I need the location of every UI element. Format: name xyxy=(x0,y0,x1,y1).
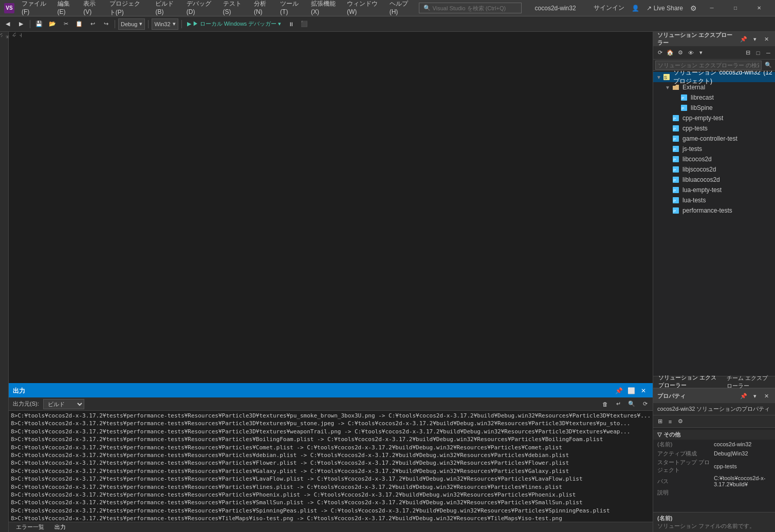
debug-config-dropdown[interactable]: Debug ▾ xyxy=(118,18,145,30)
live-share-button[interactable]: ↗ Live Share xyxy=(642,3,687,14)
tab-output[interactable]: 出力 xyxy=(49,522,71,533)
redo-button[interactable]: ↪ xyxy=(100,18,112,30)
output-clear-button[interactable]: 🗑 xyxy=(599,398,611,410)
prop-toolbar-btn2[interactable]: ≡ xyxy=(666,417,675,426)
toolbar-sep-2 xyxy=(115,20,115,28)
cut-button[interactable]: ✂ xyxy=(60,18,71,30)
back-button[interactable]: ◀ xyxy=(2,18,13,30)
minimize-button[interactable]: ─ xyxy=(700,0,724,16)
se-show-all-button[interactable]: 👁 xyxy=(686,48,695,58)
undo-button[interactable]: ↩ xyxy=(87,18,98,30)
prop-row-1: アクティブ構成Debug|Win32 xyxy=(653,449,775,458)
forward-button[interactable]: ▶ xyxy=(15,18,27,30)
tree-item-libcocos2d[interactable]: Plibcocos2d xyxy=(653,154,775,164)
panel-pin-button[interactable]: 📌 xyxy=(614,386,624,396)
tab-error-list[interactable]: エラー一覧 xyxy=(11,522,49,533)
se-bottom-tabs: ソリューション エクスプローラー チーム エクスプローラー xyxy=(653,376,775,388)
se-settings-button[interactable]: ─ xyxy=(764,48,773,58)
prop-dropdown-button[interactable]: ▾ xyxy=(750,391,760,401)
menu-help[interactable]: ヘルプ(H) xyxy=(385,0,416,19)
output-line: 8>C:¥tools¥cocos2d-x-3.17.2¥tests¥perfor… xyxy=(11,515,651,522)
se-close-button[interactable]: ✕ xyxy=(762,34,771,44)
panel-close-button[interactable]: ✕ xyxy=(638,386,649,396)
tree-item-libluacocos2d[interactable]: Plibluacocos2d xyxy=(653,175,775,185)
platform-label: Win32 xyxy=(154,21,170,27)
tree-item-librecast[interactable]: Plibrecast xyxy=(653,92,775,103)
title-search-box[interactable]: 🔍 xyxy=(419,3,522,13)
window-title: cocos2d-win32 xyxy=(525,5,586,12)
menu-analyze[interactable]: 分析(N) xyxy=(250,0,275,19)
tree-item-js-tests[interactable]: Pjs-tests xyxy=(653,144,775,154)
open-button[interactable]: 📂 xyxy=(47,18,58,30)
output-word-wrap-button[interactable]: ↵ xyxy=(613,398,624,410)
tree-icon-librecast: P xyxy=(680,93,688,102)
prop-toolbar-btn1[interactable]: ⊞ xyxy=(655,417,665,426)
menu-edit[interactable]: 編集(E) xyxy=(53,0,79,19)
se-search-button[interactable]: 🔍 xyxy=(764,61,773,70)
se-dropdown-button[interactable]: ▾ xyxy=(750,34,760,44)
prop-group-other: ▽ その他 xyxy=(653,430,775,440)
tree-item-lua-tests[interactable]: Plua-tests xyxy=(653,195,775,205)
tree-item-lua-empty-test[interactable]: Plua-empty-test xyxy=(653,185,775,195)
copy-button[interactable]: 📋 xyxy=(73,18,85,30)
prop-toolbar-btn3[interactable]: ⚙ xyxy=(676,417,685,426)
menu-window[interactable]: ウィンドウ(W) xyxy=(343,0,384,19)
panel-float-button[interactable]: ⬜ xyxy=(626,386,636,396)
toolbar-sep-3 xyxy=(148,20,149,28)
menu-file[interactable]: ファイル(F) xyxy=(17,0,52,19)
se-home-button[interactable]: 🏠 xyxy=(666,48,675,58)
output-source-dropdown[interactable]: ビルド xyxy=(43,399,84,409)
tree-item-performance-tests[interactable]: Pperformance-tests xyxy=(653,205,775,216)
se-filter-button[interactable]: ▾ xyxy=(696,48,706,58)
tree-item-libjscocos2d[interactable]: Plibjscocos2d xyxy=(653,164,775,175)
output-line: 8>C:¥tools¥cocos2d-x-3.17.2¥tests¥perfor… xyxy=(11,451,651,459)
prop-row-2: スタートアップ プロジェクトcpp-tests xyxy=(653,458,775,474)
tree-item-cpp-tests[interactable]: Pcpp-tests xyxy=(653,123,775,134)
platform-dropdown[interactable]: Win32 ▾ xyxy=(152,18,178,30)
tree-item-cpp-empty-test[interactable]: Pcpp-empty-test xyxy=(653,113,775,123)
tree-label-performance-tests: performance-tests xyxy=(682,207,732,214)
prop-row-4: 説明 xyxy=(653,488,775,497)
editor-area: 出力 📌 ⬜ ✕ 出力元(S): ビルド 🗑 ↵ 🔍 ⟳ 8>C:¥tools¥… xyxy=(9,32,653,532)
menu-build[interactable]: ビルド(B) xyxy=(151,0,181,19)
close-button[interactable]: ✕ xyxy=(747,0,771,16)
tree-icon-lua-empty-test: P xyxy=(672,186,680,194)
live-share-icon: ↗ xyxy=(647,5,652,12)
run-label: ▶ ローカル Windows デバッガー xyxy=(193,20,277,28)
output-find-button[interactable]: 🔍 xyxy=(626,398,637,410)
toolbar-extra-2[interactable]: ⬛ xyxy=(299,18,310,30)
menu-extensions[interactable]: 拡張機能(X) xyxy=(307,0,342,19)
run-button[interactable]: ▶ ▶ ローカル Windows デバッガー ▾ xyxy=(185,18,284,30)
menu-test[interactable]: テスト(S) xyxy=(219,0,249,19)
menu-debug[interactable]: デバッグ(D) xyxy=(182,0,218,19)
user-icon: 👤 xyxy=(632,5,639,12)
output-sync-button[interactable]: ⟳ xyxy=(639,398,651,410)
prop-close-button[interactable]: ✕ xyxy=(762,391,771,401)
se-collapse-button[interactable]: ⊟ xyxy=(743,48,752,58)
se-pin-button[interactable]: 📌 xyxy=(739,34,748,44)
output-line: 8>C:¥tools¥cocos2d-x-3.17.2¥tests¥perfor… xyxy=(11,435,651,443)
window-controls: ─ □ ✕ xyxy=(700,0,771,16)
se-preview-button[interactable]: □ xyxy=(753,48,763,58)
output-bottom-tabs: エラー一覧 出力 xyxy=(11,522,71,533)
menu-view[interactable]: 表示(V) xyxy=(79,0,104,19)
menu-project[interactable]: プロジェクト(P) xyxy=(105,0,151,19)
svg-text:P: P xyxy=(673,168,676,173)
tree-item-libspine[interactable]: PlibSpine xyxy=(653,103,775,113)
tree-item-game-controller-test[interactable]: Pgame-controller-test xyxy=(653,134,775,144)
prop-row-name-0: (名前) xyxy=(657,441,714,448)
prop-title: プロパティ xyxy=(657,392,737,400)
save-button[interactable]: 💾 xyxy=(33,18,45,30)
se-sync-button[interactable]: ⟳ xyxy=(655,48,665,58)
settings-icon[interactable]: ⚙ xyxy=(690,4,697,12)
title-search-input[interactable] xyxy=(433,5,515,11)
signin-button[interactable]: サインイン xyxy=(589,2,629,14)
se-prop-button[interactable]: ⚙ xyxy=(676,48,685,58)
se-search-input[interactable] xyxy=(655,61,762,70)
tree-item-solution[interactable]: ▼Sソリューション 'cocos2d-win32' (12 プロジェクト) xyxy=(653,72,775,82)
maximize-button[interactable]: □ xyxy=(724,0,747,16)
toolbar-extra-1[interactable]: ⏸ xyxy=(285,18,297,30)
output-bottom-bar: エラー一覧 出力 xyxy=(9,522,653,532)
prop-pin-button[interactable]: 📌 xyxy=(739,391,748,401)
menu-tools[interactable]: ツール(T) xyxy=(276,0,306,19)
